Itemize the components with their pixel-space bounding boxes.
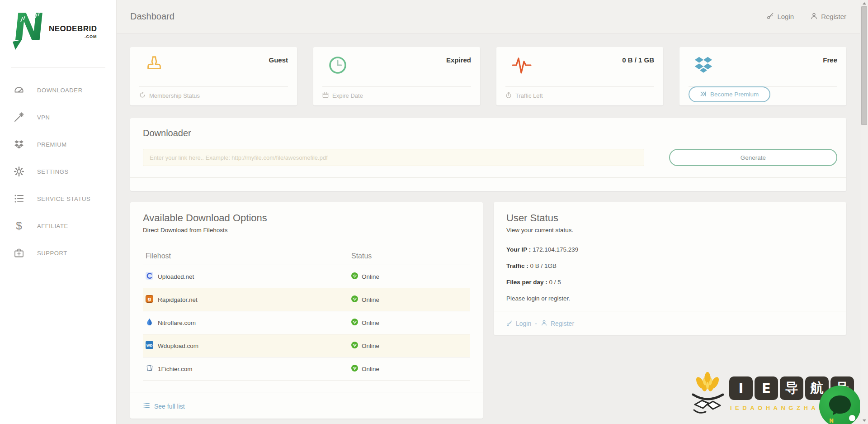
filehost-name: Nitroflare.com xyxy=(158,319,196,326)
user-status-divider xyxy=(494,311,846,311)
status-badge: Online xyxy=(362,273,379,280)
status-badge: Online xyxy=(362,319,379,326)
brand-name: Neodebrid xyxy=(49,24,97,33)
download-options-title: Available Download Options xyxy=(143,212,470,224)
status-badge: Online xyxy=(362,343,379,349)
sidebar-item-label: PREMIUM xyxy=(37,141,67,148)
user-status-panel: User Status View your current status. Yo… xyxy=(494,202,846,335)
page-title: Dashboard xyxy=(130,11,175,22)
generate-button[interactable]: Generate xyxy=(669,149,837,166)
vertical-scrollbar[interactable] xyxy=(860,0,868,424)
online-status-icon xyxy=(351,365,358,373)
main-content: Guest Membership Status Expired xyxy=(117,33,860,424)
see-full-list-link[interactable]: See full list xyxy=(143,402,185,410)
table-row: Uploaded.net Online xyxy=(143,265,470,288)
sidebar-item-label: SETTINGS xyxy=(37,168,69,175)
link-separator: - xyxy=(535,320,537,327)
sidebar-menu: DOWNLOADER VPN PREMIUM xyxy=(0,76,116,267)
sidebar-item-vpn[interactable]: VPN xyxy=(0,104,116,131)
uploaded-favicon xyxy=(146,272,153,281)
sidebar-item-settings[interactable]: SETTINGS xyxy=(0,158,116,185)
expire-card: Expired Expire Date xyxy=(313,47,480,105)
scroll-up-arrow-icon[interactable] xyxy=(863,2,866,5)
gear-icon xyxy=(13,166,25,177)
sidebar-item-label: SUPPORT xyxy=(37,250,67,257)
clock-icon xyxy=(327,54,349,78)
membership-value: Guest xyxy=(269,56,288,64)
traffic-value: 0 B / 1 GB xyxy=(622,56,654,64)
become-premium-button[interactable]: Become Premium xyxy=(689,86,770,102)
filehost-name: 1Fichier.com xyxy=(158,366,193,372)
premium-value: Free xyxy=(823,56,837,64)
sidebar-item-support[interactable]: SUPPORT xyxy=(0,239,116,267)
sidebar-item-label: VPN xyxy=(37,114,50,121)
list-icon xyxy=(13,193,25,204)
filehost-name: Uploaded.net xyxy=(158,273,194,280)
files-per-day-line: Files per day : 0 / 5 xyxy=(506,279,834,286)
brand-logo[interactable]: N Neodebrid .COM xyxy=(0,0,116,59)
scroll-down-arrow-icon[interactable] xyxy=(863,419,866,422)
ip-line: Your IP : 172.104.175.239 xyxy=(506,246,834,253)
sidebar-item-affiliate[interactable]: $ AFFILIATE xyxy=(0,212,116,239)
svg-text:g: g xyxy=(148,296,151,302)
magic-wand-icon xyxy=(13,112,25,123)
table-row: WD Wdupload.com Online xyxy=(143,334,470,357)
login-note: Please login or register. xyxy=(506,295,834,302)
svg-text:WD: WD xyxy=(146,343,153,348)
brand-tld: .COM xyxy=(49,34,97,39)
pulse-icon xyxy=(510,54,533,78)
refresh-icon xyxy=(139,92,146,100)
premium-card: Free Become Premium xyxy=(679,47,846,105)
top-header: Dashboard Login Register xyxy=(117,0,860,33)
login-label: Login xyxy=(777,13,794,20)
register-label: Register xyxy=(821,13,846,20)
login-link[interactable]: Login xyxy=(506,320,531,328)
list-icon xyxy=(143,402,150,410)
link-input[interactable] xyxy=(143,149,644,166)
sidebar-item-premium[interactable]: PREMIUM xyxy=(0,131,116,158)
sidebar-item-label: DOWNLOADER xyxy=(37,87,83,94)
online-status-icon xyxy=(351,342,358,350)
online-status-icon xyxy=(351,319,358,327)
filehost-name: Rapidgator.net xyxy=(158,296,198,303)
brand-n-icon: N xyxy=(12,7,44,52)
card-divider xyxy=(139,86,288,87)
header-nav: Login Register xyxy=(767,12,846,21)
nitroflare-favicon xyxy=(146,318,153,327)
online-status-icon xyxy=(351,272,358,281)
login-link[interactable]: Login xyxy=(767,12,794,21)
table-row: 1Fichier.com Online xyxy=(143,357,470,381)
downloader-form: Generate xyxy=(143,149,837,166)
stopwatch-icon xyxy=(505,92,512,100)
download-options-subtitle: Direct Download from Filehosts xyxy=(143,227,470,233)
card-divider xyxy=(505,86,654,87)
sidebar-item-label: SERVICE STATUS xyxy=(37,195,90,202)
register-link[interactable]: Register xyxy=(810,12,846,21)
key-icon xyxy=(506,320,513,328)
table-row: g Rapidgator.net Online xyxy=(143,288,470,311)
sidebar: N Neodebrid .COM xyxy=(0,0,117,424)
key-icon xyxy=(767,12,774,21)
status-badge: Online xyxy=(362,366,379,372)
dollar-icon: $ xyxy=(13,220,25,231)
filehost-column-header: Filehost xyxy=(143,252,351,260)
downloader-title: Downloader xyxy=(143,128,834,138)
status-badge: Online xyxy=(362,296,379,303)
first-aid-icon xyxy=(13,248,25,258)
user-status-title: User Status xyxy=(506,212,834,224)
bottom-row: Available Download Options Direct Downlo… xyxy=(130,202,846,419)
sidebar-item-downloader[interactable]: DOWNLOADER xyxy=(0,76,116,104)
dropbox-icon xyxy=(693,54,714,77)
filehost-name: Wdupload.com xyxy=(158,343,198,349)
card-divider xyxy=(322,86,471,87)
traffic-line: Traffic : 0 B / 1GB xyxy=(506,262,834,269)
scrollbar-thumb[interactable] xyxy=(861,6,867,125)
user-status-fields: Your IP : 172.104.175.239 Traffic : 0 B … xyxy=(506,246,834,302)
sidebar-item-service-status[interactable]: SERVICE STATUS xyxy=(0,185,116,212)
sidebar-divider xyxy=(11,67,105,67)
membership-label: Membership Status xyxy=(139,92,200,100)
traffic-label: Traffic Left xyxy=(505,92,543,100)
register-link[interactable]: Register xyxy=(541,319,574,328)
person-icon xyxy=(810,12,818,21)
onefichier-favicon xyxy=(146,364,153,373)
